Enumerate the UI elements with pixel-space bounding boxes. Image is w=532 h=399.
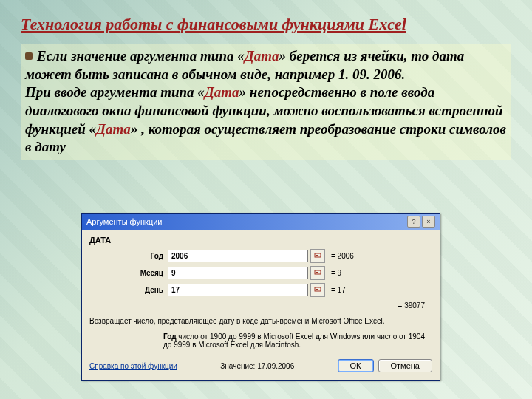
arg-label: Год — [89, 252, 168, 260]
arg-row-day: День = 17 — [89, 283, 432, 297]
arg-result: = 17 — [331, 286, 346, 294]
slide-title: Технология работы с финансовыми функциям… — [21, 15, 511, 34]
function-description: Возвращает число, представляющее дату в … — [89, 317, 432, 325]
arg-input-year[interactable] — [168, 250, 308, 262]
arg-result: = 9 — [331, 269, 341, 277]
range-ref-button[interactable] — [310, 266, 325, 280]
arg-input-month[interactable] — [168, 267, 308, 279]
help-button[interactable]: ? — [407, 216, 420, 228]
ok-button[interactable]: ОК — [338, 359, 374, 372]
range-ref-button[interactable] — [310, 283, 325, 297]
svg-rect-3 — [316, 272, 318, 273]
dialog-title: Аргументы функции — [86, 217, 163, 226]
dialog-titlebar[interactable]: Аргументы функции ? × — [82, 214, 440, 230]
arg-result: = 2006 — [331, 252, 354, 260]
bullet-icon — [25, 52, 33, 60]
svg-rect-5 — [316, 289, 318, 290]
arg-row-year: Год = 2006 — [89, 249, 432, 263]
arg-label: Месяц — [89, 269, 168, 277]
preview-result: = 39077 — [89, 301, 432, 310]
help-link[interactable]: Справка по этой функции — [89, 362, 177, 370]
arg-row-month: Месяц = 9 — [89, 266, 432, 280]
arg-input-day[interactable] — [168, 284, 308, 296]
slide-body: Если значение аргумента типа «Дата» бере… — [21, 44, 511, 160]
range-ref-button[interactable] — [310, 249, 325, 263]
function-name: ДАТА — [89, 236, 432, 245]
argument-description: Год число от 1900 до 9999 в Microsoft Ex… — [89, 332, 432, 349]
close-button[interactable]: × — [422, 216, 435, 228]
result-value: Значение: 17.09.2006 — [220, 362, 294, 370]
function-arguments-dialog: Аргументы функции ? × ДАТА Год = 2006 Ме… — [81, 213, 440, 381]
arg-label: День — [89, 286, 168, 294]
cancel-button[interactable]: Отмена — [378, 359, 432, 372]
svg-rect-1 — [316, 255, 318, 256]
